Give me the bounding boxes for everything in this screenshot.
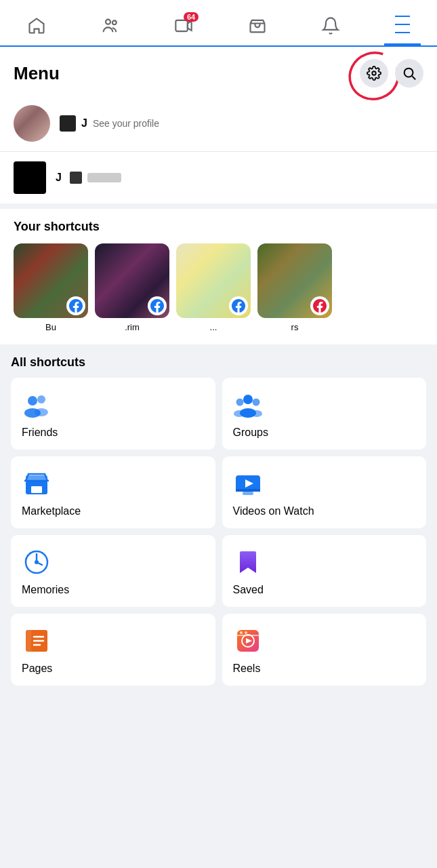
shortcut-badge-0	[66, 296, 85, 315]
search-button[interactable]	[395, 59, 423, 87]
nav-notifications[interactable]	[310, 11, 351, 42]
shortcut-card-label-friends: Friends	[22, 427, 205, 439]
avatar	[14, 105, 50, 142]
pages-icon	[22, 626, 51, 656]
fb-icon-3	[313, 299, 327, 313]
svg-rect-20	[31, 486, 42, 493]
bookmark-icon	[60, 115, 76, 132]
shortcut-item-1[interactable]: .rim	[95, 243, 169, 332]
svg-point-7	[28, 396, 37, 406]
shortcut-card-label-memories: Memories	[22, 584, 205, 596]
shortcut-card-label-watch: Videos on Watch	[233, 505, 416, 517]
shortcut-card-reels[interactable]: Reels	[222, 614, 427, 686]
profile-info: See your profile	[93, 118, 159, 129]
shortcuts-list-grid: Friends Groups	[11, 378, 426, 686]
fb-icon-1	[150, 299, 164, 313]
svg-point-0	[106, 19, 110, 24]
settings-button[interactable]	[360, 59, 388, 87]
video-badge: 64	[184, 12, 199, 22]
svg-point-12	[236, 399, 243, 406]
svg-point-15	[234, 410, 245, 417]
shortcut-label-0: Bu	[45, 322, 56, 332]
secondary-info: J	[56, 172, 121, 184]
marketplace-icon	[22, 469, 51, 498]
your-shortcuts-title: Your shortcuts	[14, 220, 423, 234]
secondary-block	[70, 172, 82, 184]
menu-actions	[360, 59, 423, 87]
svg-point-5	[404, 68, 413, 77]
shortcut-thumb-1	[95, 243, 169, 318]
profile-letter: J	[81, 117, 87, 130]
shortcut-card-watch[interactable]: Videos on Watch	[222, 456, 427, 528]
svg-rect-24	[243, 492, 253, 495]
all-shortcuts-section: All shortcuts Friends Groups	[0, 344, 437, 686]
shortcut-card-pages[interactable]: Pages	[11, 614, 215, 686]
svg-rect-2	[176, 20, 188, 31]
shortcuts-grid: Bu .rim ... rs	[14, 243, 423, 338]
profile-row[interactable]: J See your profile	[0, 96, 437, 152]
shortcut-card-saved[interactable]: Saved	[222, 535, 427, 607]
shortcut-card-label-groups: Groups	[233, 427, 416, 439]
gear-icon	[367, 66, 381, 81]
nav-menu[interactable]	[384, 7, 421, 45]
fb-icon-0	[69, 299, 83, 313]
all-shortcuts-title: All shortcuts	[11, 355, 426, 370]
shortcut-item-3[interactable]: rs	[257, 243, 332, 332]
nav-home[interactable]	[16, 11, 57, 42]
search-icon	[402, 66, 417, 81]
shortcut-item-2[interactable]: ...	[176, 243, 251, 332]
hamburger-line-1	[395, 16, 410, 17]
svg-point-40	[245, 631, 247, 634]
shortcut-label-3: rs	[291, 322, 299, 332]
shortcut-card-label-reels: Reels	[233, 663, 416, 675]
shortcut-card-label-saved: Saved	[233, 584, 416, 596]
svg-point-10	[35, 408, 48, 416]
shortcut-badge-1	[148, 296, 167, 315]
svg-line-6	[412, 76, 415, 79]
svg-point-1	[112, 20, 117, 24]
shortcut-label-2: ...	[210, 322, 217, 332]
shortcut-thumb-2	[176, 243, 251, 318]
shortcut-card-label-marketplace: Marketplace	[22, 505, 205, 517]
hamburger-line-3	[395, 32, 410, 33]
hamburger-line-2	[395, 24, 410, 25]
svg-point-13	[252, 399, 259, 406]
watch-icon	[233, 469, 263, 498]
fb-icon-2	[232, 299, 245, 313]
shortcut-badge-3	[310, 296, 329, 315]
shortcut-card-friends[interactable]: Friends	[11, 378, 215, 450]
friends-icon	[22, 390, 51, 420]
secondary-avatar	[14, 161, 46, 194]
top-navigation: 64	[0, 0, 437, 47]
menu-title: Menu	[14, 63, 60, 84]
groups-icon	[233, 390, 263, 420]
shortcut-card-label-pages: Pages	[22, 663, 205, 675]
see-profile-text: See your profile	[93, 118, 159, 129]
nav-friends[interactable]	[90, 11, 131, 42]
reels-icon	[233, 626, 263, 656]
shortcut-card-marketplace[interactable]: Marketplace	[11, 456, 215, 528]
shortcut-thumb-0	[14, 243, 88, 318]
secondary-profile-row[interactable]: J	[0, 152, 437, 209]
svg-point-39	[240, 631, 243, 634]
secondary-name-placeholder	[87, 173, 121, 182]
svg-point-4	[372, 71, 376, 75]
saved-icon	[233, 547, 263, 577]
memories-icon	[22, 547, 51, 577]
svg-point-8	[37, 395, 45, 403]
nav-marketplace[interactable]	[237, 11, 278, 42]
shortcut-badge-2	[229, 296, 248, 315]
shortcut-card-memories[interactable]: Memories	[11, 535, 215, 607]
svg-rect-21	[26, 475, 47, 481]
shortcut-item-0[interactable]: Bu	[14, 243, 88, 332]
svg-point-16	[251, 410, 262, 417]
your-shortcuts-section: Your shortcuts Bu .rim	[0, 209, 437, 344]
shortcut-card-groups[interactable]: Groups	[222, 378, 427, 450]
svg-point-11	[243, 395, 253, 404]
shortcut-thumb-3	[257, 243, 332, 318]
menu-header: Menu	[0, 47, 437, 96]
nav-video[interactable]: 64	[163, 11, 204, 42]
svg-rect-23	[236, 489, 260, 492]
shortcut-label-1: .rim	[125, 322, 140, 332]
